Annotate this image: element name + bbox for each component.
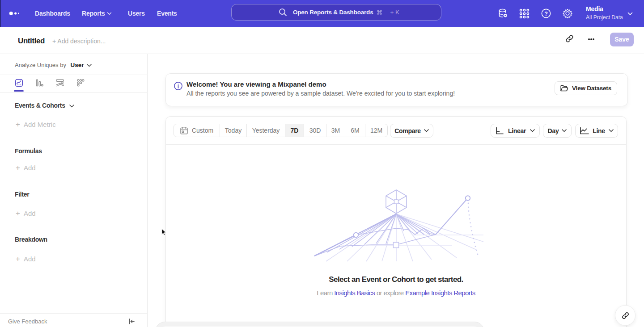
svg-text:?: ? (544, 11, 548, 17)
